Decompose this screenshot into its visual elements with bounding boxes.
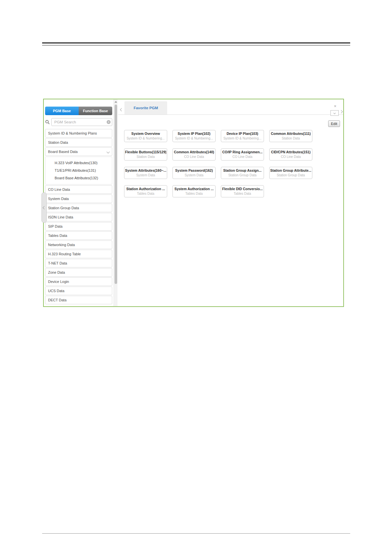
edit-button[interactable]: Edit	[328, 120, 340, 127]
scrollbar-thumb[interactable]	[115, 105, 117, 284]
card-title: Station Group Assign...	[222, 168, 263, 173]
main-content: Favorite PGM × Edit System Overview Syst…	[118, 99, 343, 306]
sidebar-item-label: Station Group Data	[48, 206, 79, 210]
sidebar-item-label: System ID & Numbering Plans	[48, 131, 97, 135]
sidebar-item[interactable]: Zone Data	[45, 268, 112, 277]
favorite-pgm-card[interactable]: Station Group Attribute... Station Group…	[269, 167, 312, 179]
sidebar-item[interactable]: Tables Data	[45, 231, 112, 240]
card-subtitle: CO Line Data	[222, 155, 263, 159]
sidebar-item-label: H.323 Routing Table	[48, 252, 81, 256]
favorite-pgm-card[interactable]: System Attributes(160~... System Data	[124, 167, 167, 179]
card-title: Station Group Attribute...	[270, 168, 311, 173]
board-based-data-subpanel: H.323 VoIP Attributes(130) T1/E1/PRI Att…	[45, 157, 112, 185]
tab-function-base[interactable]: Function Base	[79, 107, 112, 115]
sidebar-item-label: DECT Data	[48, 298, 66, 302]
sidebar-item-board-based-data[interactable]: Board Based Data	[45, 147, 112, 156]
pgm-search-input[interactable]	[51, 118, 112, 126]
card-title: System Password(162)	[173, 168, 215, 173]
card-title: Device IP Plan(103)	[222, 131, 263, 136]
favorite-pgm-card[interactable]: System Password(162) System Data	[172, 167, 216, 179]
sidebar-scrollbar[interactable]	[114, 99, 118, 306]
search-input-wrap: ×	[51, 118, 112, 126]
clear-search-icon[interactable]: ×	[107, 120, 111, 124]
sidebar-item[interactable]: H.323 Routing Table	[45, 250, 112, 258]
favorite-pgm-card[interactable]: Station Group Assign... Station Group Da…	[221, 167, 264, 179]
sidebar-item[interactable]: UCS Data	[45, 287, 112, 295]
tab-list-dropdown[interactable]	[330, 110, 339, 116]
chevron-down-icon	[333, 112, 336, 114]
sidebar-item[interactable]: SIP Data	[45, 222, 112, 231]
favorite-pgm-card[interactable]: CID/CPN Attributes(151) CO Line Data	[269, 148, 312, 161]
page-top-rule-thick	[42, 42, 350, 43]
sidebar-menu-list: System ID & Numbering Plans Station Data…	[45, 129, 112, 305]
card-subtitle: Station Group Data	[222, 173, 263, 177]
sidebar-item[interactable]: Device Login	[45, 277, 112, 286]
card-title: CO/IP Ring Assignmen...	[222, 150, 263, 155]
card-title: Common Attributes(111)	[270, 131, 311, 136]
tab-scroll-left-button[interactable]	[120, 106, 123, 112]
card-title: Flexible Buttons(115/129)	[125, 150, 166, 155]
sidebar-item-label: CO Line Data	[48, 188, 70, 191]
favorite-pgm-card[interactable]: Flexible Buttons(115/129) Station Data	[124, 148, 167, 161]
favorite-pgm-card[interactable]: Device IP Plan(103) System ID & Numberin…	[221, 130, 264, 142]
card-subtitle: Station Data	[270, 136, 311, 140]
sidebar-item-label: Networking Data	[48, 243, 75, 247]
sidebar-item-label: UCS Data	[48, 289, 65, 293]
tab-favorite-pgm[interactable]: Favorite PGM	[124, 101, 167, 114]
favorite-pgm-card[interactable]: System IP Plan(102) System ID & Numberin…	[172, 130, 216, 142]
sidebar-item[interactable]: T-NET Data	[45, 259, 112, 267]
sidebar-collapse-handle[interactable]	[41, 192, 47, 223]
favorite-pgm-card[interactable]: Flexible DID Conversio... Tables Data	[221, 185, 264, 197]
sidebar-item-label: Station Data	[48, 140, 68, 144]
sidebar-item[interactable]: ISDN Line Data	[45, 213, 112, 221]
card-subtitle: System ID & Numbering...	[125, 136, 166, 140]
sidebar-item-label: Board Based Data	[48, 150, 78, 154]
chevron-right-icon	[340, 110, 343, 113]
close-tab-icon[interactable]: ×	[334, 104, 336, 108]
sidebar-subitem[interactable]: H.323 VoIP Attributes(130)	[55, 159, 111, 167]
favorite-pgm-card[interactable]: Station Authorization ... Tables Data	[124, 185, 167, 197]
sidebar-item-label: ISDN Line Data	[48, 215, 73, 219]
tab-scroll-right-button[interactable]	[340, 108, 342, 114]
sidebar-item-label: T-NET Data	[48, 261, 67, 265]
card-subtitle: Station Data	[125, 155, 166, 159]
sidebar-item[interactable]: System Data	[45, 194, 112, 203]
card-title: Common Attributes(140)	[173, 150, 215, 155]
pgm-search-row: ×	[45, 118, 112, 126]
favorite-pgm-card[interactable]: Common Attributes(140) CO Line Data	[172, 148, 216, 161]
card-subtitle: CO Line Data	[173, 155, 215, 159]
sidebar-item-label: Zone Data	[48, 270, 65, 274]
favorite-pgm-card[interactable]: System Authorization ... Tables Data	[172, 185, 216, 197]
card-title: System Authorization ...	[173, 187, 215, 191]
sidebar-item-label: Device Login	[48, 280, 69, 284]
tab-pgm-base[interactable]: PGM Base	[45, 107, 79, 115]
scroll-up-arrow-icon[interactable]	[115, 101, 117, 103]
favorite-pgm-grid: System Overview System ID & Numbering...…	[124, 130, 312, 197]
sidebar-subitem[interactable]: Board Base Attributes(132)	[55, 174, 111, 182]
sidebar-item[interactable]: Networking Data	[45, 240, 112, 249]
card-title: Flexible DID Conversio...	[222, 187, 263, 191]
sidebar-item[interactable]: DECT Data	[45, 296, 112, 304]
favorite-pgm-card[interactable]: System Overview System ID & Numbering...	[124, 130, 167, 142]
sidebar-item[interactable]: Station Data	[45, 138, 112, 147]
card-subtitle: Tables Data	[222, 191, 263, 196]
card-title: System Attributes(160~...	[125, 168, 166, 173]
card-title: CID/CPN Attributes(151)	[270, 150, 311, 155]
favorite-pgm-card[interactable]: CO/IP Ring Assignmen... CO Line Data	[221, 148, 264, 161]
admin-ui-panel: PGM Base Function Base × System ID & Num…	[43, 99, 344, 307]
sidebar-item[interactable]: System ID & Numbering Plans	[45, 129, 112, 138]
sidebar-item-label: System Data	[48, 197, 69, 201]
document-tab-strip: Favorite PGM ×	[118, 99, 343, 115]
pgm-sidebar: PGM Base Function Base × System ID & Num…	[44, 99, 114, 306]
card-subtitle: System Data	[173, 173, 215, 177]
card-title: System IP Plan(102)	[173, 131, 215, 136]
card-subtitle: Station Group Data	[270, 173, 311, 177]
chevron-left-icon	[42, 206, 46, 209]
sidebar-subitem[interactable]: T1/E1/PRI Attributes(131)	[55, 167, 111, 174]
sidebar-item[interactable]: Station Group Data	[45, 204, 112, 212]
chevron-left-icon	[120, 108, 123, 112]
favorite-pgm-card[interactable]: Common Attributes(111) Station Data	[269, 130, 312, 142]
sidebar-item[interactable]: CO Line Data	[45, 185, 112, 194]
card-subtitle: System ID & Numbering...	[173, 136, 215, 140]
page-bottom-rule	[42, 533, 350, 534]
